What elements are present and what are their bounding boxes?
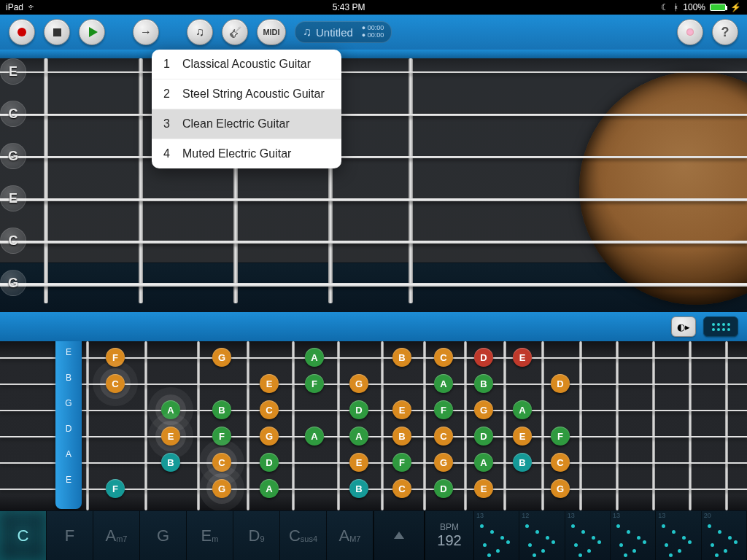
instrument-menu-item[interactable]: 1Classical Acoustic Guitar [152,50,341,79]
fret-note[interactable]: B [161,453,180,472]
fret-note[interactable]: B [513,453,532,472]
fret-note[interactable]: A [305,348,324,367]
fret-note[interactable]: G [349,374,368,393]
fret-note[interactable]: F [106,348,125,367]
string[interactable] [0,410,747,411]
chord-cell[interactable]: AM7 [327,511,374,560]
fret-note[interactable]: G [260,427,279,446]
fret-note[interactable]: F [106,479,125,498]
strum-mode-button[interactable]: ◐▸ [671,316,696,337]
string[interactable] [0,71,747,73]
fret-note[interactable]: C [392,479,411,498]
direction-button[interactable] [133,19,159,45]
open-note[interactable]: G [0,270,26,296]
chord-fretboard[interactable]: + 5 EBGDAE FCFAEBGBFCGECGDAAFAGDAEBBEBFC… [0,341,747,510]
midi-button[interactable]: MIDI [257,19,286,45]
string[interactable] [0,156,747,158]
fret-note[interactable]: E [513,427,532,446]
capo[interactable]: + 5 EBGDAE [55,341,82,509]
pattern-column[interactable]: 20 [702,511,747,560]
record-button[interactable] [9,19,35,45]
song-list-button[interactable] [187,19,213,45]
chord-cell[interactable]: Em [187,511,233,560]
chord-cell[interactable]: Am7 [93,511,140,560]
instrument-menu-item[interactable]: 4Muted Electric Guitar [152,139,341,168]
pattern-column[interactable]: 13 [474,511,519,560]
string[interactable] [0,283,747,287]
fret-note[interactable]: G [551,479,570,498]
open-note[interactable]: E [0,58,26,85]
fret-note[interactable]: G [212,479,231,498]
chord-cell[interactable]: D9 [233,511,280,560]
fret-note[interactable]: A [513,400,532,419]
string[interactable] [0,241,747,244]
pattern-column[interactable]: 13 [611,511,656,560]
stop-button[interactable] [44,19,70,45]
fret-note[interactable]: E [474,479,493,498]
fret-note[interactable]: A [260,479,279,498]
pattern-column[interactable]: 13 [656,511,701,560]
fret-note[interactable]: B [474,374,493,393]
fret-note[interactable]: C [551,453,570,472]
pattern-column[interactable]: 13 [565,511,611,560]
fret-note[interactable]: B [392,348,411,367]
open-note[interactable]: C [0,228,26,254]
instrument-view[interactable]: ECGECG [0,50,747,312]
string[interactable] [0,198,747,201]
fret-note[interactable]: D [349,400,368,419]
fret-note[interactable]: C [106,374,125,393]
fret-note[interactable]: G [212,348,231,367]
bpm-control[interactable] [374,511,425,560]
fret-note[interactable]: C [434,348,453,367]
fret-note[interactable]: B [212,400,231,419]
help-button[interactable] [712,19,738,45]
string[interactable] [0,114,747,116]
chord-cell[interactable]: C [0,511,47,560]
song-info[interactable]: ♫ Untitled ● 00:00 ● 00:00 [295,21,392,43]
fret-note[interactable]: A [434,374,453,393]
open-note[interactable]: C [0,101,26,127]
string[interactable] [0,462,747,464]
pattern-grid-button[interactable] [703,316,738,337]
fret-note[interactable]: D [434,479,453,498]
fret-note[interactable]: E [513,348,532,367]
play-button[interactable] [79,19,105,45]
fret-note[interactable]: B [392,427,411,446]
fret-note[interactable]: E [392,400,411,419]
fret-note[interactable]: A [161,400,180,419]
instrument-menu-item[interactable]: 3Clean Electric Guitar [152,109,341,139]
fret-note[interactable]: D [474,348,493,367]
fret-note[interactable]: F [305,374,324,393]
settings-accent-button[interactable] [677,19,703,45]
fret-note[interactable]: E [161,427,180,446]
fret-note[interactable]: G [434,453,453,472]
open-note[interactable]: E [0,185,26,211]
fret-note[interactable]: F [392,453,411,472]
fret-note[interactable]: C [260,400,279,419]
fret-note[interactable]: G [474,400,493,419]
fret-note[interactable]: F [212,427,231,446]
chord-cell[interactable]: Csus4 [280,511,327,560]
fret-note[interactable]: D [260,453,279,472]
fret-note[interactable]: C [434,427,453,446]
strum-pattern[interactable]: 131213131320 [474,511,747,560]
instrument-menu-item[interactable]: 2Steel String Acoustic Guitar [152,79,341,109]
chord-cell[interactable]: F [47,511,93,560]
pattern-column[interactable]: 12 [519,511,565,560]
fret-note[interactable]: D [474,427,493,446]
fret-note[interactable]: D [551,374,570,393]
instrument-button[interactable] [222,19,248,45]
fret-note[interactable]: A [349,427,368,446]
fret-note[interactable]: B [349,479,368,498]
bpm-display[interactable]: BPM 192 [425,511,474,560]
fret-note[interactable]: A [474,453,493,472]
fret-note[interactable]: F [551,427,570,446]
fret-note[interactable]: F [434,400,453,419]
open-note[interactable]: G [0,143,26,169]
string[interactable] [0,436,747,438]
chord-cell[interactable]: G [140,511,187,560]
fret-note[interactable]: E [349,453,368,472]
fret-note[interactable]: A [305,427,324,446]
fret-note[interactable]: E [260,374,279,393]
fret-note[interactable]: C [212,453,231,472]
